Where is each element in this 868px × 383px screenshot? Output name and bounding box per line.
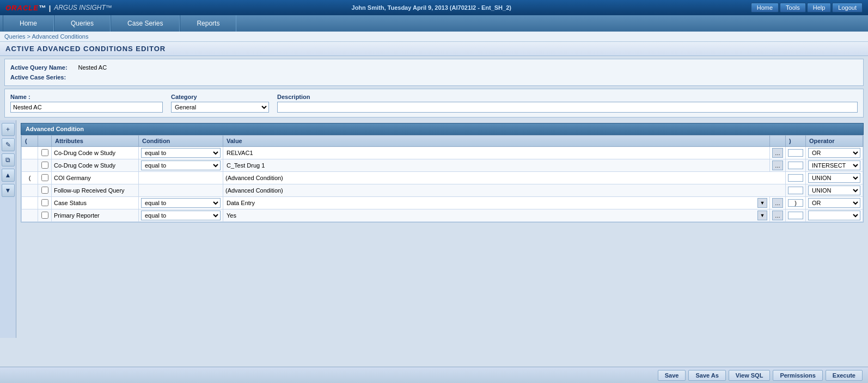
value-input[interactable] (225, 198, 757, 208)
checkbox-cell[interactable] (38, 172, 52, 184)
description-label: Description (277, 94, 858, 100)
checkbox-cell[interactable] (38, 184, 52, 197)
browse-button[interactable]: … (772, 211, 783, 220)
condition-cell (139, 184, 223, 197)
value-input[interactable] (225, 211, 757, 220)
nav-tab-reports[interactable]: Reports (180, 15, 236, 32)
operator-cell[interactable]: OR AND INTERSECT UNION (806, 197, 863, 209)
operator-cell[interactable]: OR AND INTERSECT UNION (806, 147, 863, 159)
condition-select[interactable]: equal to (141, 211, 221, 220)
edit-condition-button[interactable]: ✎ (2, 138, 15, 151)
name-input[interactable] (10, 102, 163, 113)
nav-tab-home[interactable]: Home (3, 15, 54, 32)
browse-button[interactable]: … (772, 148, 783, 158)
operator-select[interactable]: OR AND INTERSECT UNION (808, 148, 860, 158)
right-paren-input[interactable] (788, 187, 803, 194)
operator-cell[interactable]: UNION OR AND INTERSECT (806, 184, 863, 197)
logo-area: ORACLE™ | ARGUS INSIGHT™ (5, 4, 112, 12)
move-down-button[interactable]: ▼ (2, 184, 15, 197)
operator-cell[interactable]: UNION OR AND INTERSECT (806, 172, 863, 184)
operator-select[interactable]: OR AND INTERSECT UNION (808, 198, 860, 208)
nav-tab-case-series[interactable]: Case Series (111, 15, 180, 32)
advanced-condition-label: (Advanced Condition) (225, 175, 283, 181)
active-query-value: Nested AC (78, 63, 107, 72)
sidebar-icons: + ✎ ⧉ ▲ ▼ (0, 120, 16, 338)
copy-condition-button[interactable]: ⧉ (2, 153, 15, 166)
col-right-paren: ) (786, 135, 806, 147)
right-paren-input[interactable] (788, 149, 803, 157)
top-nav-logout[interactable]: Logout (832, 3, 863, 13)
category-select[interactable]: General (171, 102, 269, 113)
save-as-button[interactable]: Save As (688, 370, 725, 381)
query-info-bar: Active Query Name: Active Case Series: N… (4, 59, 864, 86)
right-paren-input[interactable] (788, 199, 803, 207)
checkbox-cell[interactable] (38, 159, 52, 172)
category-field: Category General (171, 94, 269, 113)
row-checkbox[interactable] (41, 212, 48, 219)
condition-cell[interactable]: equal to (139, 159, 223, 172)
bottom-toolbar: Save Save As View SQL Permissions Execut… (0, 367, 868, 383)
row-checkbox[interactable] (41, 199, 48, 206)
view-sql-button[interactable]: View SQL (729, 370, 771, 381)
top-nav-home[interactable]: Home (751, 3, 779, 13)
col-value: Value (223, 135, 770, 147)
condition-select[interactable]: equal to (141, 148, 221, 158)
checkbox-cell[interactable] (38, 197, 52, 209)
add-condition-button[interactable]: + (2, 123, 15, 136)
breadcrumb: Queries > Advanced Conditions (0, 32, 868, 42)
top-header: ORACLE™ | ARGUS INSIGHT™ John Smith, Tue… (0, 0, 868, 15)
condition-cell[interactable]: equal to (139, 197, 223, 209)
save-button[interactable]: Save (658, 370, 686, 381)
browse-cell[interactable]: … (770, 147, 786, 159)
top-nav-help[interactable]: Help (807, 3, 832, 13)
permissions-button[interactable]: Permissions (773, 370, 822, 381)
operator-cell[interactable]: INTERSECT OR AND UNION (806, 159, 863, 172)
row-checkbox[interactable] (41, 187, 48, 194)
right-paren-cell (786, 209, 806, 222)
condition-select[interactable]: equal to (141, 198, 221, 208)
top-nav-links: Home Tools Help Logout (751, 3, 863, 13)
operator-select[interactable]: INTERSECT OR AND UNION (808, 160, 860, 170)
execute-button[interactable]: Execute (826, 370, 863, 381)
oracle-logo: ORACLE™ | (5, 4, 51, 12)
row-checkbox[interactable] (41, 149, 48, 156)
browse-cell[interactable]: … (770, 159, 786, 172)
value-cell[interactable]: ▼ (223, 209, 770, 222)
category-label: Category (171, 94, 269, 100)
user-info: John Smith, Tuesday April 9, 2013 (AI702… (112, 4, 751, 11)
nav-tab-queries[interactable]: Queries (54, 15, 111, 32)
operator-select[interactable]: OR AND INTERSECT UNION (808, 211, 860, 220)
description-input[interactable] (277, 102, 858, 113)
checkbox-cell[interactable] (38, 209, 52, 222)
left-paren-cell (22, 147, 38, 159)
browse-cell[interactable]: … (770, 209, 786, 222)
row-checkbox[interactable] (41, 162, 48, 169)
browse-button[interactable]: … (772, 160, 783, 170)
top-nav-tools[interactable]: Tools (780, 3, 806, 13)
value-input[interactable] (225, 148, 767, 158)
operator-cell[interactable]: OR AND INTERSECT UNION (806, 209, 863, 222)
operator-select[interactable]: UNION OR AND INTERSECT (808, 186, 860, 195)
checkbox-cell[interactable] (38, 147, 52, 159)
condition-select[interactable]: equal to (141, 160, 221, 170)
value-dropdown[interactable]: ▼ (757, 198, 767, 208)
browse-cell[interactable]: … (770, 197, 786, 209)
attribute-cell: Co-Drug Code w Study (52, 147, 139, 159)
condition-cell[interactable]: equal to (139, 147, 223, 159)
row-checkbox[interactable] (41, 174, 48, 181)
right-paren-input[interactable] (788, 212, 803, 219)
table-row: Case Status equal to ▼ (22, 197, 863, 209)
browse-button[interactable]: … (772, 198, 783, 208)
value-cell[interactable]: ▼ (223, 197, 770, 209)
condition-cell[interactable]: equal to (139, 209, 223, 222)
move-up-button[interactable]: ▲ (2, 169, 15, 182)
right-paren-input[interactable] (788, 162, 803, 169)
right-paren-cell (786, 147, 806, 159)
advanced-condition-label: (Advanced Condition) (225, 187, 283, 194)
value-dropdown[interactable]: ▼ (757, 211, 767, 220)
page-title: ACTIVE ADVANCED CONDITIONS EDITOR (0, 42, 868, 56)
breadcrumb-queries[interactable]: Queries (4, 33, 26, 40)
right-paren-input[interactable] (788, 174, 803, 182)
value-input[interactable] (225, 160, 767, 170)
operator-select[interactable]: UNION OR AND INTERSECT (808, 173, 860, 183)
